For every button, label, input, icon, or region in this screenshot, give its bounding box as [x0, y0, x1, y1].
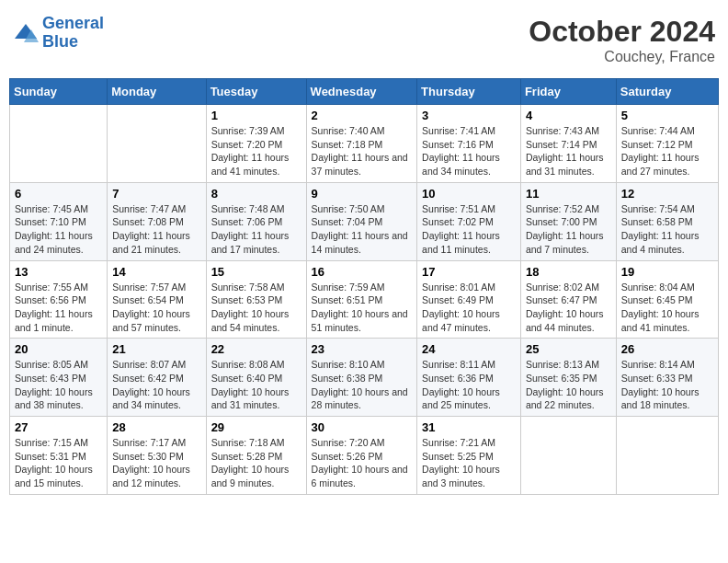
- day-info: Sunrise: 7:39 AMSunset: 7:20 PMDaylight:…: [211, 124, 301, 178]
- day-info: Sunrise: 7:44 AMSunset: 7:12 PMDaylight:…: [621, 124, 713, 178]
- day-info: Sunrise: 7:55 AMSunset: 6:56 PMDaylight:…: [15, 281, 102, 335]
- day-info: Sunrise: 8:04 AMSunset: 6:45 PMDaylight:…: [621, 281, 713, 335]
- day-info: Sunrise: 7:47 AMSunset: 7:08 PMDaylight:…: [112, 202, 200, 257]
- day-number: 7: [112, 187, 200, 201]
- day-info: Sunrise: 8:14 AMSunset: 6:33 PMDaylight:…: [621, 358, 713, 412]
- day-info: Sunrise: 8:01 AMSunset: 6:49 PMDaylight:…: [422, 281, 516, 335]
- day-number: 6: [15, 187, 102, 201]
- weekday-header-friday: Friday: [520, 79, 616, 105]
- day-info: Sunrise: 8:05 AMSunset: 6:43 PMDaylight:…: [15, 358, 102, 412]
- day-number: 9: [312, 187, 413, 201]
- day-info: Sunrise: 8:10 AMSunset: 6:38 PMDaylight:…: [312, 358, 413, 412]
- day-number: 5: [621, 109, 713, 122]
- calendar-cell: 28Sunrise: 7:17 AMSunset: 5:30 PMDayligh…: [108, 417, 206, 495]
- day-number: 24: [422, 342, 516, 356]
- day-number: 11: [526, 187, 611, 201]
- calendar-cell: 27Sunrise: 7:15 AMSunset: 5:31 PMDayligh…: [10, 417, 108, 495]
- day-info: Sunrise: 7:59 AMSunset: 6:51 PMDaylight:…: [312, 281, 413, 335]
- page-header: General Blue October 2024 Couchey, Franc…: [9, 9, 719, 71]
- calendar-cell: 20Sunrise: 8:05 AMSunset: 6:43 PMDayligh…: [10, 339, 108, 417]
- calendar-cell: 17Sunrise: 8:01 AMSunset: 6:49 PMDayligh…: [417, 260, 521, 339]
- day-number: 23: [312, 342, 413, 356]
- day-info: Sunrise: 7:58 AMSunset: 6:53 PMDaylight:…: [211, 281, 301, 335]
- calendar-cell: 4Sunrise: 7:43 AMSunset: 7:14 PMDaylight…: [520, 105, 616, 183]
- calendar-table: SundayMondayTuesdayWednesdayThursdayFrid…: [9, 78, 719, 495]
- calendar-cell: [10, 105, 108, 183]
- day-number: 14: [112, 265, 200, 279]
- calendar-cell: [108, 105, 206, 183]
- day-info: Sunrise: 8:02 AMSunset: 6:47 PMDaylight:…: [526, 281, 611, 335]
- calendar-cell: [616, 417, 718, 495]
- day-number: 12: [621, 187, 713, 201]
- day-number: 17: [422, 265, 516, 279]
- day-info: Sunrise: 7:50 AMSunset: 7:04 PMDaylight:…: [312, 202, 413, 257]
- weekday-header-thursday: Thursday: [417, 79, 521, 105]
- weekday-header-sunday: Sunday: [10, 79, 108, 105]
- calendar-cell: 2Sunrise: 7:40 AMSunset: 7:18 PMDaylight…: [306, 105, 417, 183]
- day-number: 25: [526, 342, 611, 356]
- day-number: 27: [15, 420, 102, 434]
- day-info: Sunrise: 7:45 AMSunset: 7:10 PMDaylight:…: [15, 202, 102, 257]
- calendar-cell: [520, 417, 616, 495]
- weekday-header-saturday: Saturday: [616, 79, 718, 105]
- day-number: 8: [211, 187, 301, 201]
- day-number: 3: [422, 109, 516, 122]
- day-info: Sunrise: 8:08 AMSunset: 6:40 PMDaylight:…: [211, 358, 301, 412]
- calendar-cell: 26Sunrise: 8:14 AMSunset: 6:33 PMDayligh…: [616, 339, 718, 417]
- calendar-cell: 24Sunrise: 8:11 AMSunset: 6:36 PMDayligh…: [417, 339, 521, 417]
- day-number: 21: [112, 342, 200, 356]
- calendar-cell: 19Sunrise: 8:04 AMSunset: 6:45 PMDayligh…: [616, 260, 718, 339]
- calendar-week-row: 20Sunrise: 8:05 AMSunset: 6:43 PMDayligh…: [10, 339, 719, 417]
- day-number: 30: [312, 420, 413, 434]
- location-title: Couchey, France: [529, 49, 715, 65]
- day-info: Sunrise: 8:11 AMSunset: 6:36 PMDaylight:…: [422, 358, 516, 412]
- calendar-cell: 5Sunrise: 7:44 AMSunset: 7:12 PMDaylight…: [616, 105, 718, 183]
- day-info: Sunrise: 7:41 AMSunset: 7:16 PMDaylight:…: [422, 124, 516, 178]
- calendar-cell: 11Sunrise: 7:52 AMSunset: 7:00 PMDayligh…: [520, 182, 616, 260]
- calendar-cell: 22Sunrise: 8:08 AMSunset: 6:40 PMDayligh…: [206, 339, 306, 417]
- calendar-cell: 12Sunrise: 7:54 AMSunset: 6:58 PMDayligh…: [616, 182, 718, 260]
- day-info: Sunrise: 7:20 AMSunset: 5:26 PMDaylight:…: [312, 436, 413, 490]
- calendar-cell: 31Sunrise: 7:21 AMSunset: 5:25 PMDayligh…: [417, 417, 521, 495]
- logo-text: General Blue: [42, 15, 104, 52]
- day-info: Sunrise: 7:57 AMSunset: 6:54 PMDaylight:…: [112, 281, 200, 335]
- calendar-cell: 21Sunrise: 8:07 AMSunset: 6:42 PMDayligh…: [108, 339, 206, 417]
- calendar-week-row: 13Sunrise: 7:55 AMSunset: 6:56 PMDayligh…: [10, 260, 719, 339]
- logo-line2: Blue: [42, 32, 78, 51]
- day-number: 10: [422, 187, 516, 201]
- day-number: 20: [15, 342, 102, 356]
- weekday-header-row: SundayMondayTuesdayWednesdayThursdayFrid…: [10, 79, 719, 105]
- day-number: 26: [621, 342, 713, 356]
- day-number: 29: [211, 420, 301, 434]
- calendar-cell: 13Sunrise: 7:55 AMSunset: 6:56 PMDayligh…: [10, 260, 108, 339]
- calendar-week-row: 6Sunrise: 7:45 AMSunset: 7:10 PMDaylight…: [10, 182, 719, 260]
- calendar-cell: 29Sunrise: 7:18 AMSunset: 5:28 PMDayligh…: [206, 417, 306, 495]
- day-info: Sunrise: 7:54 AMSunset: 6:58 PMDaylight:…: [621, 202, 713, 257]
- day-number: 4: [526, 109, 611, 122]
- logo-line1: General: [42, 14, 104, 32]
- day-info: Sunrise: 8:13 AMSunset: 6:35 PMDaylight:…: [526, 358, 611, 412]
- calendar-week-row: 27Sunrise: 7:15 AMSunset: 5:31 PMDayligh…: [10, 417, 719, 495]
- title-block: October 2024 Couchey, France: [529, 15, 715, 65]
- calendar-cell: 10Sunrise: 7:51 AMSunset: 7:02 PMDayligh…: [417, 182, 521, 260]
- day-info: Sunrise: 8:07 AMSunset: 6:42 PMDaylight:…: [112, 358, 200, 412]
- day-number: 22: [211, 342, 301, 356]
- day-number: 15: [211, 265, 301, 279]
- day-info: Sunrise: 7:15 AMSunset: 5:31 PMDaylight:…: [15, 436, 102, 490]
- calendar-cell: 7Sunrise: 7:47 AMSunset: 7:08 PMDaylight…: [108, 182, 206, 260]
- calendar-cell: 8Sunrise: 7:48 AMSunset: 7:06 PMDaylight…: [206, 182, 306, 260]
- day-info: Sunrise: 7:51 AMSunset: 7:02 PMDaylight:…: [422, 202, 516, 257]
- calendar-cell: 25Sunrise: 8:13 AMSunset: 6:35 PMDayligh…: [520, 339, 616, 417]
- day-info: Sunrise: 7:21 AMSunset: 5:25 PMDaylight:…: [422, 436, 516, 490]
- day-number: 2: [312, 109, 413, 122]
- calendar-cell: 14Sunrise: 7:57 AMSunset: 6:54 PMDayligh…: [108, 260, 206, 339]
- day-number: 1: [211, 109, 301, 122]
- calendar-cell: 1Sunrise: 7:39 AMSunset: 7:20 PMDaylight…: [206, 105, 306, 183]
- day-info: Sunrise: 7:43 AMSunset: 7:14 PMDaylight:…: [526, 124, 611, 178]
- weekday-header-tuesday: Tuesday: [206, 79, 306, 105]
- day-info: Sunrise: 7:40 AMSunset: 7:18 PMDaylight:…: [312, 124, 413, 178]
- logo-icon: [13, 20, 39, 46]
- calendar-cell: 18Sunrise: 8:02 AMSunset: 6:47 PMDayligh…: [520, 260, 616, 339]
- day-number: 31: [422, 420, 516, 434]
- day-info: Sunrise: 7:48 AMSunset: 7:06 PMDaylight:…: [211, 202, 301, 257]
